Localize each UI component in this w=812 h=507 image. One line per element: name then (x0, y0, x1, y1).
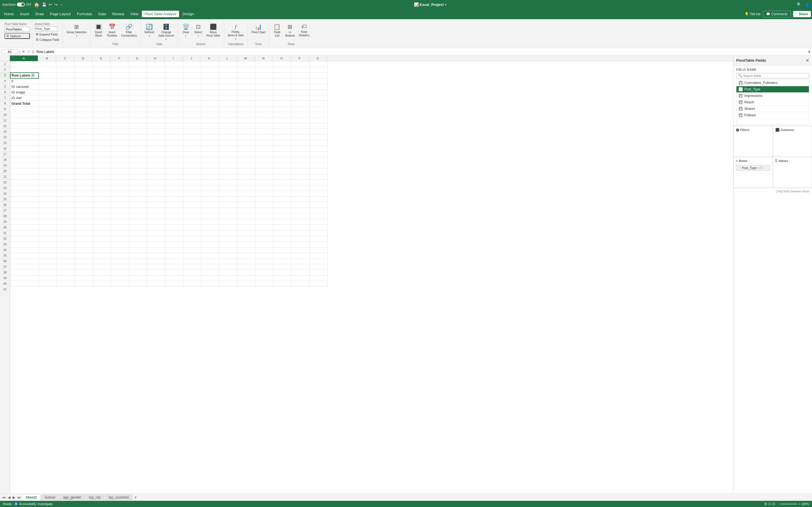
cell-M8[interactable] (237, 101, 255, 107)
change-data-source-button[interactable]: 🗄️ ChangeData Source ▾ (157, 22, 175, 41)
cell-J4[interactable] (183, 78, 201, 84)
cell-P2[interactable] (291, 67, 309, 73)
cell-O5[interactable] (273, 84, 291, 90)
cell-I2[interactable] (165, 67, 183, 73)
cell-B8[interactable] (39, 101, 57, 107)
col-header-B[interactable]: B (38, 55, 56, 61)
col-header-D[interactable]: D (74, 55, 92, 61)
filename-caret[interactable]: ▾ (445, 3, 446, 6)
share-button[interactable]: ↑ Share (793, 11, 811, 17)
cell-B6[interactable] (39, 90, 57, 95)
row-num-39[interactable]: 39 (0, 275, 10, 281)
cell-A4[interactable]: 0 (10, 78, 39, 84)
row-num-15[interactable]: 15 (0, 140, 10, 146)
cell-M6[interactable] (237, 90, 255, 95)
cell-B7[interactable] (39, 95, 57, 101)
row-num-31[interactable]: 31 (0, 230, 10, 236)
menu-item-view[interactable]: View (128, 11, 141, 17)
cell-J8[interactable] (183, 101, 201, 107)
cell-I5[interactable] (165, 84, 183, 90)
formula-input[interactable] (36, 50, 806, 54)
cell-J5[interactable] (183, 84, 201, 90)
zoom-in-icon[interactable]: + (798, 502, 800, 506)
pivot-panel-close-button[interactable]: ✕ (806, 58, 809, 63)
function-icon[interactable]: 𝑓x (32, 49, 35, 54)
cell-P7[interactable] (291, 95, 309, 101)
row-num-32[interactable]: 32 (0, 236, 10, 241)
field-search-input[interactable] (743, 74, 807, 77)
sheet-nav-right[interactable]: ▶ (11, 495, 16, 500)
row-num-40[interactable]: 40 (0, 281, 10, 286)
cell-N8[interactable] (255, 101, 273, 107)
collapse-field-button[interactable]: ⊟ Collapse Field (35, 37, 60, 42)
redo-icon[interactable]: ↪ (54, 2, 58, 7)
cell-H4[interactable] (147, 78, 165, 84)
plus-minus-buttons-button[interactable]: ⊞ +/-Buttons (284, 22, 296, 38)
field-headers-button[interactable]: 🏷 FieldHeaders (297, 22, 311, 38)
cell-G5[interactable] (129, 84, 147, 90)
cell-J2[interactable] (183, 67, 201, 73)
col-header-J[interactable]: J (183, 55, 200, 61)
zoom-out-icon[interactable]: − (777, 502, 779, 506)
col-header-E[interactable]: E (92, 55, 110, 61)
cell-G3[interactable] (129, 73, 147, 78)
cell-H3[interactable] (147, 73, 165, 78)
cell-C8[interactable] (57, 101, 75, 107)
cell-J1[interactable] (183, 61, 201, 67)
field-list-button[interactable]: 📋 FieldList (271, 22, 283, 38)
cell-P1[interactable] (291, 61, 309, 67)
menu-item-formulas[interactable]: Formulas (74, 11, 95, 17)
cell-L2[interactable] (219, 67, 237, 73)
row-num-8[interactable]: 8 (0, 101, 10, 106)
row-num-20[interactable]: 20 (0, 168, 10, 174)
cell-E3[interactable] (93, 73, 111, 78)
cell-O8[interactable] (273, 101, 291, 107)
cell-I7[interactable] (165, 95, 183, 101)
cell-A7[interactable]: IG reel (10, 95, 39, 101)
row-num-12[interactable]: 12 (0, 123, 10, 129)
comments-button[interactable]: 💬 Comments (763, 11, 791, 17)
cell-K3[interactable] (201, 73, 219, 78)
cell-G7[interactable] (129, 95, 147, 101)
cell-N5[interactable] (255, 84, 273, 90)
cell-H6[interactable] (147, 90, 165, 95)
page-break-view-icon[interactable]: ⊟ (772, 502, 775, 506)
account-icon[interactable]: 👤 (805, 2, 810, 7)
cell-D8[interactable] (75, 101, 93, 107)
cell-F5[interactable] (111, 84, 129, 90)
field-checkbox-cumulative-followers[interactable]: ■ (739, 81, 743, 85)
cell-O3[interactable] (273, 73, 291, 78)
cell-P3[interactable] (291, 73, 309, 78)
cell-Q2[interactable] (309, 67, 327, 73)
field-item-shares[interactable]: ■ Shares (737, 106, 809, 112)
col-header-L[interactable]: L (218, 55, 237, 61)
cell-L8[interactable] (219, 101, 237, 107)
row-num-36[interactable]: 36 (0, 258, 10, 264)
sheet-tab-age-gender[interactable]: age_gender (59, 494, 85, 500)
cell-I8[interactable] (165, 101, 183, 107)
cell-M7[interactable] (237, 95, 255, 101)
pivot-chart-button[interactable]: 📊 Pivot Chart (250, 22, 266, 35)
row-num-29[interactable]: 29 (0, 219, 10, 224)
more-icon[interactable]: ··· (60, 2, 63, 7)
cell-E6[interactable] (93, 90, 111, 95)
row-num-17[interactable]: 17 (0, 151, 10, 157)
insert-slicer-button[interactable]: 🔳 InsertSlicer (93, 22, 104, 38)
cell-A9[interactable] (10, 107, 39, 112)
pivot-table-name-input[interactable] (4, 27, 30, 32)
sheet-add-button[interactable]: + (133, 495, 138, 500)
row-num-19[interactable]: 19 (0, 163, 10, 168)
row-num-7[interactable]: 7 (0, 95, 10, 101)
cell-E5[interactable] (93, 84, 111, 90)
cell-N7[interactable] (255, 95, 273, 101)
cell-M4[interactable] (237, 78, 255, 84)
cell-N3[interactable] (255, 73, 273, 78)
row-num-1[interactable]: 1 (0, 61, 10, 67)
cell-L1[interactable] (219, 61, 237, 67)
cell-C3[interactable] (57, 73, 75, 78)
row-num-27[interactable]: 27 (0, 208, 10, 213)
cell-Q7[interactable] (309, 95, 327, 101)
cell-Q5[interactable] (309, 84, 327, 90)
cell-C5[interactable] (57, 84, 75, 90)
row-num-18[interactable]: 18 (0, 157, 10, 163)
